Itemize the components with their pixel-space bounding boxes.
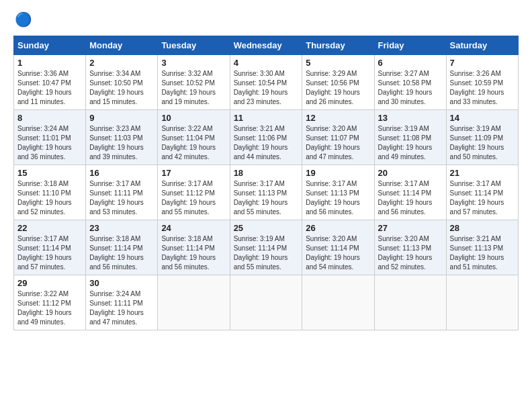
day-info: Sunrise: 3:17 AMSunset: 11:14 PMDaylight… <box>17 234 82 272</box>
day-info: Sunrise: 3:19 AMSunset: 11:08 PMDaylight… <box>378 124 443 162</box>
weekday-header: Sunday <box>14 36 86 55</box>
weekday-header: Saturday <box>446 36 518 55</box>
day-number: 23 <box>89 223 154 233</box>
day-info: Sunrise: 3:21 AMSunset: 11:13 PMDaylight… <box>450 234 515 272</box>
day-number: 21 <box>450 168 515 178</box>
day-number: 6 <box>378 58 443 68</box>
day-info: Sunrise: 3:22 AMSunset: 11:12 PMDaylight… <box>17 289 82 327</box>
day-number: 18 <box>234 168 299 178</box>
day-number: 16 <box>89 168 154 178</box>
calendar-cell: 30Sunrise: 3:24 AMSunset: 11:11 PMDaylig… <box>86 275 158 330</box>
day-info: Sunrise: 3:20 AMSunset: 11:07 PMDaylight… <box>306 124 370 162</box>
day-info: Sunrise: 3:23 AMSunset: 11:03 PMDaylight… <box>89 124 154 162</box>
day-info: Sunrise: 3:20 AMSunset: 11:13 PMDaylight… <box>378 234 443 272</box>
day-number: 25 <box>234 223 299 233</box>
day-info: Sunrise: 3:17 AMSunset: 11:14 PMDaylight… <box>378 179 443 217</box>
calendar-cell: 23Sunrise: 3:18 AMSunset: 11:14 PMDaylig… <box>86 220 158 275</box>
weekday-header: Thursday <box>302 36 374 55</box>
day-info: Sunrise: 3:17 AMSunset: 11:12 PMDaylight… <box>161 179 226 217</box>
day-info: Sunrise: 3:17 AMSunset: 11:13 PMDaylight… <box>234 179 299 217</box>
calendar-cell: 5Sunrise: 3:29 AMSunset: 10:56 PMDayligh… <box>302 55 374 110</box>
calendar-header-row: SundayMondayTuesdayWednesdayThursdayFrid… <box>14 36 519 55</box>
calendar-cell <box>230 275 302 330</box>
calendar-cell <box>158 275 230 330</box>
day-number: 20 <box>378 168 443 178</box>
day-number: 29 <box>17 278 82 288</box>
calendar-week-row: 1Sunrise: 3:36 AMSunset: 10:47 PMDayligh… <box>14 55 519 110</box>
calendar-cell: 29Sunrise: 3:22 AMSunset: 11:12 PMDaylig… <box>14 275 86 330</box>
calendar-cell: 22Sunrise: 3:17 AMSunset: 11:14 PMDaylig… <box>14 220 86 275</box>
day-info: Sunrise: 3:20 AMSunset: 11:14 PMDaylight… <box>306 234 370 272</box>
calendar-cell: 13Sunrise: 3:19 AMSunset: 11:08 PMDaylig… <box>374 110 446 165</box>
day-number: 5 <box>306 58 370 68</box>
calendar-table: SundayMondayTuesdayWednesdayThursdayFrid… <box>13 36 519 330</box>
calendar-cell: 9Sunrise: 3:23 AMSunset: 11:03 PMDayligh… <box>86 110 158 165</box>
calendar-cell: 8Sunrise: 3:24 AMSunset: 11:01 PMDayligh… <box>14 110 86 165</box>
calendar-cell: 10Sunrise: 3:22 AMSunset: 11:04 PMDaylig… <box>158 110 230 165</box>
day-number: 26 <box>306 223 370 233</box>
day-number: 27 <box>378 223 443 233</box>
day-info: Sunrise: 3:24 AMSunset: 11:01 PMDaylight… <box>17 124 82 162</box>
day-number: 3 <box>161 58 226 68</box>
calendar-cell <box>302 275 374 330</box>
day-number: 11 <box>234 113 299 123</box>
day-info: Sunrise: 3:29 AMSunset: 10:56 PMDaylight… <box>306 69 370 107</box>
weekday-header: Tuesday <box>158 36 230 55</box>
calendar-cell: 21Sunrise: 3:17 AMSunset: 11:14 PMDaylig… <box>446 165 518 220</box>
day-number: 24 <box>161 223 226 233</box>
calendar-cell: 24Sunrise: 3:18 AMSunset: 11:14 PMDaylig… <box>158 220 230 275</box>
day-number: 14 <box>450 113 515 123</box>
day-number: 10 <box>161 113 226 123</box>
day-number: 7 <box>450 58 515 68</box>
calendar-cell: 26Sunrise: 3:20 AMSunset: 11:14 PMDaylig… <box>302 220 374 275</box>
calendar-week-row: 8Sunrise: 3:24 AMSunset: 11:01 PMDayligh… <box>14 110 519 165</box>
day-info: Sunrise: 3:18 AMSunset: 11:10 PMDaylight… <box>17 179 82 217</box>
calendar-cell <box>446 275 518 330</box>
day-info: Sunrise: 3:34 AMSunset: 10:50 PMDaylight… <box>89 69 154 107</box>
calendar-week-row: 22Sunrise: 3:17 AMSunset: 11:14 PMDaylig… <box>14 220 519 275</box>
day-number: 28 <box>450 223 515 233</box>
day-info: Sunrise: 3:26 AMSunset: 10:59 PMDaylight… <box>450 69 515 107</box>
day-number: 30 <box>89 278 154 288</box>
day-info: Sunrise: 3:17 AMSunset: 11:13 PMDaylight… <box>306 179 370 217</box>
calendar-cell: 19Sunrise: 3:17 AMSunset: 11:13 PMDaylig… <box>302 165 374 220</box>
day-number: 17 <box>161 168 226 178</box>
calendar-cell: 7Sunrise: 3:26 AMSunset: 10:59 PMDayligh… <box>446 55 518 110</box>
page-header: 🔵 <box>13 10 519 29</box>
calendar-cell: 16Sunrise: 3:17 AMSunset: 11:11 PMDaylig… <box>86 165 158 220</box>
day-info: Sunrise: 3:19 AMSunset: 11:14 PMDaylight… <box>234 234 299 272</box>
calendar-cell: 25Sunrise: 3:19 AMSunset: 11:14 PMDaylig… <box>230 220 302 275</box>
day-number: 4 <box>234 58 299 68</box>
day-number: 2 <box>89 58 154 68</box>
logo: 🔵 <box>13 10 35 29</box>
day-info: Sunrise: 3:19 AMSunset: 11:09 PMDaylight… <box>450 124 515 162</box>
calendar-cell: 12Sunrise: 3:20 AMSunset: 11:07 PMDaylig… <box>302 110 374 165</box>
calendar-cell: 18Sunrise: 3:17 AMSunset: 11:13 PMDaylig… <box>230 165 302 220</box>
calendar-cell: 17Sunrise: 3:17 AMSunset: 11:12 PMDaylig… <box>158 165 230 220</box>
calendar-week-row: 29Sunrise: 3:22 AMSunset: 11:12 PMDaylig… <box>14 275 519 330</box>
day-info: Sunrise: 3:22 AMSunset: 11:04 PMDaylight… <box>161 124 226 162</box>
calendar-cell: 27Sunrise: 3:20 AMSunset: 11:13 PMDaylig… <box>374 220 446 275</box>
day-info: Sunrise: 3:17 AMSunset: 11:14 PMDaylight… <box>450 179 515 217</box>
day-info: Sunrise: 3:30 AMSunset: 10:54 PMDaylight… <box>234 69 299 107</box>
calendar-cell: 3Sunrise: 3:32 AMSunset: 10:52 PMDayligh… <box>158 55 230 110</box>
calendar-cell: 1Sunrise: 3:36 AMSunset: 10:47 PMDayligh… <box>14 55 86 110</box>
calendar-cell: 14Sunrise: 3:19 AMSunset: 11:09 PMDaylig… <box>446 110 518 165</box>
weekday-header: Monday <box>86 36 158 55</box>
day-info: Sunrise: 3:18 AMSunset: 11:14 PMDaylight… <box>161 234 226 272</box>
calendar-cell: 15Sunrise: 3:18 AMSunset: 11:10 PMDaylig… <box>14 165 86 220</box>
logo-icon: 🔵 <box>13 10 32 29</box>
day-info: Sunrise: 3:36 AMSunset: 10:47 PMDaylight… <box>17 69 82 107</box>
day-info: Sunrise: 3:24 AMSunset: 11:11 PMDaylight… <box>89 289 154 327</box>
day-info: Sunrise: 3:32 AMSunset: 10:52 PMDaylight… <box>161 69 226 107</box>
day-number: 13 <box>378 113 443 123</box>
day-number: 8 <box>17 113 82 123</box>
day-number: 9 <box>89 113 154 123</box>
svg-text:🔵: 🔵 <box>15 11 32 28</box>
calendar-cell: 28Sunrise: 3:21 AMSunset: 11:13 PMDaylig… <box>446 220 518 275</box>
day-info: Sunrise: 3:18 AMSunset: 11:14 PMDaylight… <box>89 234 154 272</box>
day-number: 22 <box>17 223 82 233</box>
calendar-cell: 4Sunrise: 3:30 AMSunset: 10:54 PMDayligh… <box>230 55 302 110</box>
day-info: Sunrise: 3:27 AMSunset: 10:58 PMDaylight… <box>378 69 443 107</box>
day-number: 12 <box>306 113 370 123</box>
